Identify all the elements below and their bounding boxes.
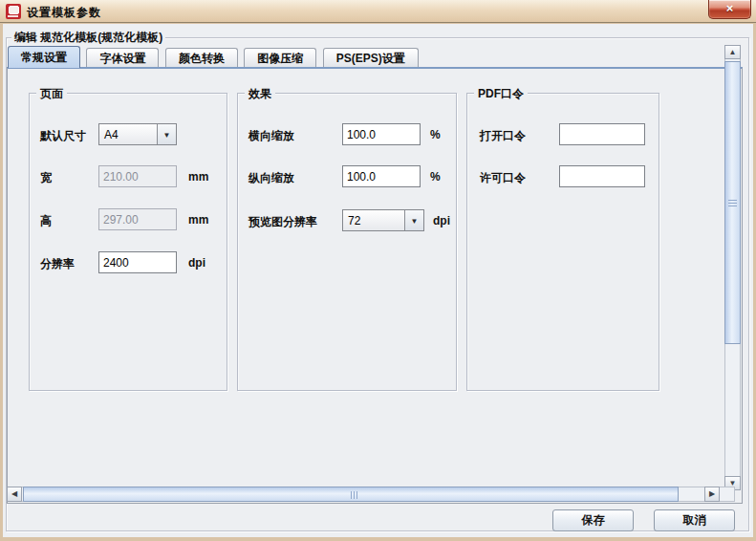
default-size-combo-arrow-button[interactable]: ▼ bbox=[157, 124, 176, 144]
preview-resolution-combobox[interactable]: 72 ▼ bbox=[342, 209, 424, 231]
resolution-field[interactable] bbox=[98, 251, 177, 273]
cancel-button[interactable]: 取消 bbox=[654, 509, 735, 531]
default-size-value: A4 bbox=[104, 128, 119, 141]
tab-ps-eps-settings[interactable]: PS(EPS)设置 bbox=[323, 48, 419, 67]
save-button[interactable]: 保存 bbox=[552, 509, 634, 531]
default-size-combobox[interactable]: A4 ▼ bbox=[98, 123, 177, 145]
tab-strip: 常规设置 字体设置 颜色转换 图像压缩 PS(EPS)设置 bbox=[8, 46, 421, 67]
open-password-label: 打开口令 bbox=[480, 128, 526, 144]
v-scale-field[interactable] bbox=[342, 165, 421, 187]
v-scale-label: 纵向缩放 bbox=[248, 170, 294, 186]
page-height-field bbox=[98, 208, 177, 230]
page-width-unit: mm bbox=[188, 170, 208, 184]
scroll-left-button[interactable]: ◀ bbox=[7, 487, 22, 502]
horizontal-scrollbar-thumb[interactable] bbox=[23, 487, 679, 502]
app-icon bbox=[6, 4, 21, 19]
dialog-body: 编辑 规范化模板(规范化模板) 常规设置 字体设置 颜色转换 图像压缩 PS(E… bbox=[3, 24, 753, 537]
tab-general-settings[interactable]: 常规设置 bbox=[8, 46, 80, 68]
page-width-label: 宽 bbox=[40, 170, 52, 186]
close-button[interactable]: × bbox=[708, 0, 751, 19]
tab-color-conversion[interactable]: 颜色转换 bbox=[165, 48, 238, 67]
h-scale-field[interactable] bbox=[342, 123, 421, 145]
pdf-group-title: PDF口令 bbox=[474, 86, 528, 102]
default-size-label: 默认尺寸 bbox=[40, 128, 86, 144]
scrollbar-grip bbox=[351, 491, 358, 499]
edit-template-group-title: 编辑 规范化模板(规范化模板) bbox=[11, 30, 165, 46]
close-icon: × bbox=[726, 1, 734, 15]
titlebar: 设置模板参数 × bbox=[0, 0, 756, 23]
horizontal-scrollbar[interactable]: ◀ ▶ bbox=[7, 487, 735, 502]
vertical-scrollbar-thumb[interactable] bbox=[724, 61, 741, 344]
chevron-down-icon: ▼ bbox=[163, 131, 171, 140]
page-height-unit: mm bbox=[188, 213, 208, 227]
preview-resolution-combo-arrow-button[interactable]: ▼ bbox=[404, 210, 423, 230]
resolution-label: 分辨率 bbox=[40, 256, 75, 272]
tab-image-compression[interactable]: 图像压缩 bbox=[244, 48, 316, 67]
preview-resolution-unit: dpi bbox=[433, 214, 450, 227]
effect-group-title: 效果 bbox=[245, 86, 275, 102]
scroll-right-icon: ▶ bbox=[705, 487, 719, 501]
h-scale-label: 横向缩放 bbox=[248, 128, 294, 144]
v-scale-unit: % bbox=[430, 170, 441, 184]
chevron-down-icon: ▼ bbox=[411, 217, 419, 226]
window-title: 设置模板参数 bbox=[27, 5, 101, 21]
scroll-left-icon: ◀ bbox=[8, 487, 21, 501]
page-group-title: 页面 bbox=[36, 86, 67, 102]
tab-font-settings[interactable]: 字体设置 bbox=[86, 48, 159, 67]
h-scale-unit: % bbox=[430, 128, 441, 141]
scroll-right-button[interactable]: ▶ bbox=[704, 487, 720, 502]
open-password-field[interactable] bbox=[559, 123, 645, 145]
permission-password-field[interactable] bbox=[559, 165, 645, 187]
preview-resolution-value: 72 bbox=[348, 214, 360, 227]
dialog-window: 设置模板参数 × 编辑 规范化模板(规范化模板) 常规设置 字体设置 颜色转换 … bbox=[0, 0, 756, 541]
resolution-unit: dpi bbox=[188, 256, 205, 270]
page-width-field bbox=[98, 165, 177, 187]
permission-password-label: 许可口令 bbox=[480, 170, 526, 186]
scroll-up-button[interactable]: ▲ bbox=[724, 45, 741, 59]
scroll-up-icon: ▲ bbox=[725, 46, 740, 58]
preview-resolution-label: 预览图分辨率 bbox=[248, 214, 317, 230]
page-height-label: 高 bbox=[40, 213, 52, 229]
vertical-scrollbar[interactable]: ▲ ▼ bbox=[724, 45, 741, 490]
scrollbar-grip bbox=[728, 200, 737, 207]
